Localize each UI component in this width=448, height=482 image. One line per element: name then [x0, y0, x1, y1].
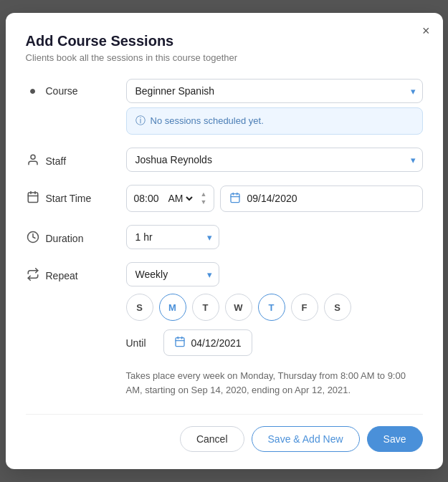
time-input[interactable] [134, 193, 161, 204]
repeat-icon [26, 268, 40, 284]
ampm-select[interactable]: AM PM [166, 192, 195, 205]
course-select-wrapper: Beginner Spanish ▾ [126, 79, 423, 103]
date-calendar-icon [229, 192, 241, 206]
date-input-box[interactable]: 09/14/2020 [220, 185, 422, 212]
add-course-sessions-modal: × Add Course Sessions Clients book all t… [6, 13, 443, 470]
repeat-label: Repeat [46, 270, 78, 281]
summary-text: Takes place every week on Monday, Thursd… [126, 369, 423, 397]
info-icon: ⓘ [135, 115, 146, 127]
start-time-control-group: AM PM ▲ ▼ [126, 185, 423, 213]
day-monday[interactable]: M [159, 294, 186, 321]
cancel-button[interactable]: Cancel [180, 426, 244, 452]
duration-select-wrapper: 1 hr 30 min 2 hr ▾ [126, 225, 219, 249]
staff-select-wrapper: Joshua Reynolds ▾ [126, 148, 423, 172]
until-label: Until [126, 337, 155, 349]
day-tuesday[interactable]: T [192, 294, 219, 321]
start-time-row: Start Time AM PM ▲ ▼ [26, 185, 423, 213]
spin-up-icon[interactable]: ▲ [201, 191, 207, 198]
time-spinners: ▲ ▼ [201, 191, 207, 206]
staff-label: Staff [46, 155, 67, 167]
svg-rect-10 [176, 338, 184, 347]
date-value: 09/14/2020 [247, 193, 297, 204]
day-thursday[interactable]: T [258, 294, 285, 321]
course-dot-icon: ● [26, 85, 40, 97]
start-time-label-group: Start Time [26, 185, 126, 206]
start-time-inputs: AM PM ▲ ▼ [126, 185, 423, 213]
course-row: ● Course Beginner Spanish ▾ ⓘ No session… [26, 79, 423, 135]
course-label: Course [46, 85, 78, 97]
save-button[interactable]: Save [367, 426, 423, 452]
course-info-box: ⓘ No sessions scheduled yet. [126, 107, 423, 135]
save-add-new-button[interactable]: Save & Add New [252, 426, 360, 452]
duration-select[interactable]: 1 hr 30 min 2 hr [126, 225, 219, 249]
repeat-label-group: Repeat [26, 262, 126, 284]
duration-control-group: 1 hr 30 min 2 hr ▾ [126, 225, 423, 249]
until-date-box[interactable]: 04/12/2021 [163, 329, 252, 356]
time-input-box: AM PM ▲ ▼ [126, 185, 215, 213]
course-info-text: No sessions scheduled yet. [151, 115, 264, 126]
modal-title: Add Course Sessions [26, 33, 423, 49]
spin-down-icon[interactable]: ▼ [201, 199, 207, 206]
repeat-select-wrapper: Weekly Daily Monthly ▾ [126, 262, 219, 286]
days-row: S M T W T F S [126, 294, 423, 321]
calendar-icon [26, 191, 40, 206]
staff-control-group: Joshua Reynolds ▾ [126, 148, 423, 172]
course-select[interactable]: Beginner Spanish [126, 79, 423, 103]
course-control-group: Beginner Spanish ▾ ⓘ No sessions schedul… [126, 79, 423, 135]
person-icon [26, 153, 40, 169]
day-sunday[interactable]: S [126, 294, 153, 321]
clock-icon [26, 231, 40, 246]
day-wednesday[interactable]: W [225, 294, 252, 321]
until-date-value: 04/12/2021 [191, 337, 242, 349]
modal-subtitle: Clients book all the sessions in this co… [26, 52, 423, 63]
duration-label-group: Duration [26, 225, 126, 246]
until-row: Until 04/12/2021 [126, 329, 423, 356]
staff-row: Staff Joshua Reynolds ▾ [26, 148, 423, 172]
staff-select[interactable]: Joshua Reynolds [126, 148, 423, 172]
duration-label: Duration [46, 233, 84, 244]
svg-rect-5 [231, 193, 239, 202]
start-time-label: Start Time [46, 193, 92, 204]
svg-point-0 [31, 155, 35, 159]
svg-rect-1 [28, 193, 38, 203]
repeat-control-group: Weekly Daily Monthly ▾ S M T W T F S Unt… [126, 262, 423, 356]
repeat-row: Repeat Weekly Daily Monthly ▾ S M T W T … [26, 262, 423, 356]
until-calendar-icon [174, 336, 186, 350]
repeat-select[interactable]: Weekly Daily Monthly [126, 262, 219, 286]
duration-row: Duration 1 hr 30 min 2 hr ▾ [26, 225, 423, 249]
close-button[interactable]: × [422, 24, 430, 37]
day-saturday[interactable]: S [324, 294, 351, 321]
day-friday[interactable]: F [291, 294, 318, 321]
footer-buttons: Cancel Save & Add New Save [26, 414, 423, 452]
course-label-group: ● Course [26, 79, 126, 97]
staff-label-group: Staff [26, 148, 126, 169]
